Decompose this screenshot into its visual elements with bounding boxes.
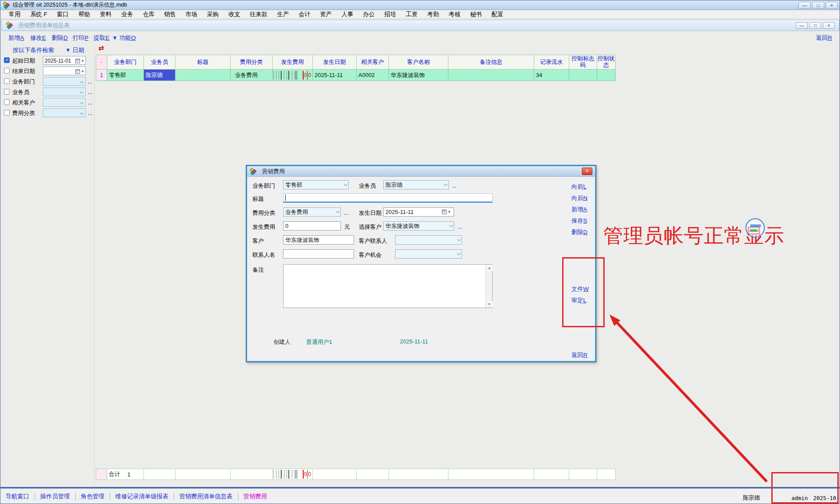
menu-item[interactable]: 往来款 [245,10,273,18]
tab-navigation[interactable]: 导航窗口 [0,493,35,500]
menu-item[interactable]: 窗口 [52,10,74,18]
date-input[interactable]: 2025-11-11 ▼ [383,207,454,217]
browse-dots[interactable]: .. [344,210,349,216]
scroll-down-icon[interactable]: ▼ [486,301,493,308]
header-cell[interactable]: 发生费用 [273,55,313,70]
menu-item[interactable]: 会计 [294,10,315,18]
opportunity-select[interactable] [395,249,462,259]
print-button[interactable]: 打印P [73,34,88,42]
amount-input[interactable]: 0 [283,221,341,231]
add-button[interactable]: 新增A [8,34,24,42]
menu-item[interactable]: 人事 [337,10,358,18]
customer-select[interactable] [43,98,86,107]
category-checkbox[interactable] [4,110,10,116]
serial-cell[interactable]: 34 [534,70,569,81]
menu-item[interactable]: 仓库 [138,10,159,18]
agent-checkbox[interactable] [4,89,10,94]
header-cell[interactable]: 备注信息 [448,55,534,70]
tab-role-mgmt[interactable]: 角色管理 [76,493,110,500]
browse-dots[interactable]: .. [88,100,93,106]
add-button[interactable]: 新增A [571,206,587,214]
menu-item[interactable]: 常用 [4,10,25,18]
tab-expense-list[interactable]: 营销费用清单信息表 [174,493,238,500]
tab-repair-report[interactable]: 维修记录清单级报表 [110,493,174,500]
delete-button[interactable]: 删除D [52,34,68,42]
menu-item[interactable]: 秘书 [466,10,487,18]
scroll-up-icon[interactable]: ▲ [486,265,493,271]
dept-select[interactable]: 零售部 [283,180,349,189]
child-close-button[interactable]: × [823,22,835,29]
header-cell[interactable]: 控制标志码 [569,55,597,70]
close-button[interactable]: × [826,2,838,9]
header-cell[interactable]: 业务部门 [107,55,144,70]
dialog-close-button[interactable]: × [582,168,592,175]
menu-item[interactable]: 采购 [202,10,224,18]
browse-dots[interactable]: .. [88,89,93,95]
agent-select[interactable] [43,88,86,96]
department-select[interactable] [43,77,86,86]
next-button[interactable]: 向后N [571,194,588,202]
end-date-input[interactable]: ▼ [43,66,86,75]
menu-item[interactable]: 考核 [444,10,466,18]
contact-select[interactable] [395,235,462,245]
table-row[interactable]: 1 零售部 陈宗德 业务费用 00 2025-11-11 A0002 华东捷波装… [96,70,616,81]
note-cell[interactable] [448,70,534,81]
extract-button[interactable]: 提取E [94,34,109,42]
prev-button[interactable]: 向前L [571,183,587,191]
header-cell[interactable]: - [96,55,107,70]
function-button[interactable]: ▼ 功能O [112,34,136,42]
contact-name-input[interactable] [283,249,354,259]
child-minimize-button[interactable]: — [796,22,808,29]
category-select[interactable] [43,108,86,117]
tab-marketing-expense-active[interactable]: 营销费用 [238,493,273,500]
menu-item[interactable]: 工资 [401,10,423,18]
date-cell[interactable]: 2025-11-11 [313,70,357,81]
header-cell[interactable]: 记录流水 [534,55,569,70]
sort-by-date[interactable]: ▼ 日期 [65,46,84,54]
minimize-button[interactable]: — [798,2,811,9]
calendar-icon[interactable] [442,210,447,214]
calendar-icon[interactable] [75,59,80,63]
customer-name-cell[interactable]: 华东捷波装饰 [389,70,448,81]
menu-item[interactable]: 系统 F [25,10,52,18]
swap-columns-icon[interactable]: ⇄ [98,44,104,52]
menu-item[interactable]: 办公 [358,10,380,18]
title-input[interactable] [283,193,493,203]
agent-select[interactable]: 陈宗德 [383,180,449,189]
calendar-icon[interactable] [75,69,80,74]
return-button[interactable]: 返回R [571,351,588,359]
browse-dots[interactable]: .. [88,110,93,116]
header-cell[interactable]: 相关客户 [357,55,389,70]
dropdown-arrow-icon[interactable]: ▼ [81,70,84,74]
header-cell[interactable]: 标题 [175,55,231,70]
end-date-checkbox[interactable] [4,68,10,74]
dropdown-arrow-icon[interactable]: ▼ [448,210,451,214]
header-cell[interactable]: 业务员 [144,55,175,70]
department-checkbox[interactable] [4,78,10,84]
header-cell[interactable]: 控制状态 [597,55,616,70]
menu-item[interactable]: 市场 [181,10,202,18]
menu-item[interactable]: 业务 [116,10,138,18]
start-date-input[interactable]: 2025-11-01 ▼ [43,56,86,65]
customer-code-cell[interactable]: A0002 [357,70,389,81]
scrollbar[interactable]: ▲ ▼ [486,265,492,308]
delete-button[interactable]: 删除D [571,228,588,236]
amount-cell[interactable]: 00 [273,70,313,81]
return-button[interactable]: 返回R [816,34,832,42]
pick-customer-select[interactable]: 华东捷波装饰 [383,221,454,231]
menu-item[interactable]: 配置 [487,10,508,18]
start-date-checkbox[interactable] [4,57,10,63]
dropdown-arrow-icon[interactable]: ▼ [81,59,84,63]
menu-item[interactable]: 帮助 [74,10,95,18]
category-select[interactable]: 业务费用 [283,207,341,217]
menu-item[interactable]: 资料 [95,10,116,18]
menu-item[interactable]: 销售 [159,10,181,18]
menu-item[interactable]: 招培 [380,10,401,18]
menu-item[interactable]: 资产 [315,10,337,18]
category-cell[interactable]: 业务费用 [231,70,273,81]
save-button[interactable]: 保存S [571,217,587,225]
note-textarea[interactable]: ▲ ▼ [283,264,493,308]
dept-cell[interactable]: 零售部 [107,70,144,81]
tab-operator-mgmt[interactable]: 操作员管理 [35,493,75,500]
flag-cell[interactable] [569,70,597,81]
